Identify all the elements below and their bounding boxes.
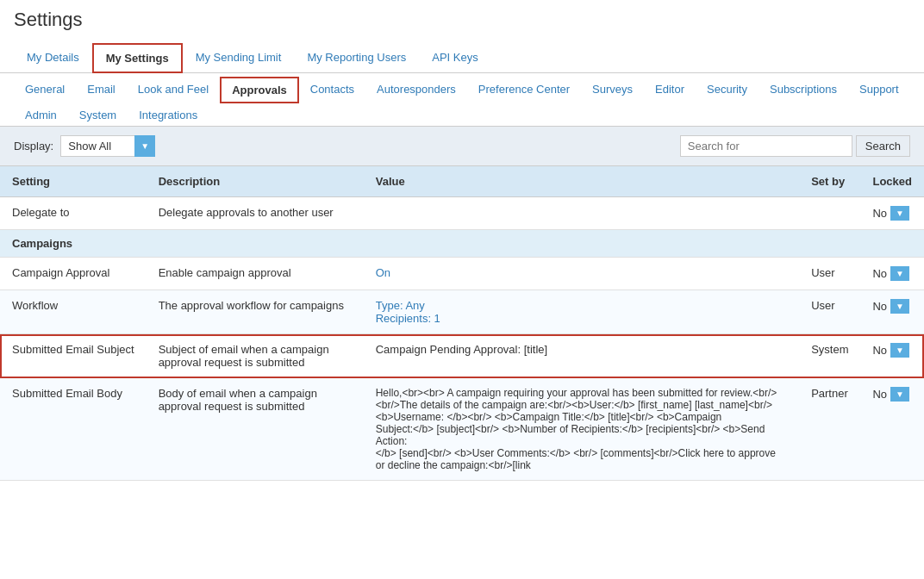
col-value: Value xyxy=(364,166,799,197)
tab-contacts[interactable]: Contacts xyxy=(299,77,365,103)
tab-preference-center[interactable]: Preference Center xyxy=(467,77,581,103)
toolbar: Display: Show All Search xyxy=(0,127,924,166)
tab-my-details[interactable]: My Details xyxy=(14,43,92,73)
tab-surveys[interactable]: Surveys xyxy=(581,77,644,103)
display-select[interactable]: Show All xyxy=(60,135,155,157)
setting-name: Delegate to xyxy=(0,197,147,230)
table-row: Workflow The approval workflow for campa… xyxy=(0,290,924,334)
table-row: Submitted Email Body Body of email when … xyxy=(0,378,924,481)
locked-dropdown-btn[interactable]: ▼ xyxy=(890,299,909,314)
setting-value: Type: AnyRecipients: 1 xyxy=(364,290,799,334)
top-nav: My Details My Settings My Sending Limit … xyxy=(0,43,924,73)
tab-system[interactable]: System xyxy=(68,103,128,127)
locked-dropdown-btn[interactable]: ▼ xyxy=(890,206,909,221)
tab-subscriptions[interactable]: Subscriptions xyxy=(759,77,848,103)
locked-dropdown-btn[interactable]: ▼ xyxy=(890,343,909,358)
second-nav: General Email Look and Feel Approvals Co… xyxy=(0,73,924,127)
tab-approvals[interactable]: Approvals xyxy=(220,77,299,103)
table-wrapper: Setting Description Value Set by Locked … xyxy=(0,166,924,481)
table-row-highlighted: Submitted Email Subject Subject of email… xyxy=(0,334,924,378)
setting-name: Workflow xyxy=(0,290,147,334)
col-description: Description xyxy=(147,166,364,197)
tab-editor[interactable]: Editor xyxy=(644,77,696,103)
tab-support[interactable]: Support xyxy=(848,77,910,103)
table-header-row: Setting Description Value Set by Locked xyxy=(0,166,924,197)
display-label: Display: xyxy=(14,140,53,153)
search-input[interactable] xyxy=(680,135,852,157)
setting-name: Submitted Email Subject xyxy=(0,334,147,378)
col-set-by: Set by xyxy=(799,166,860,197)
section-header-campaigns: Campaigns xyxy=(0,230,924,258)
setting-description: Body of email when a campaign approval r… xyxy=(147,378,364,481)
col-setting: Setting xyxy=(0,166,147,197)
col-locked: Locked xyxy=(860,166,924,197)
setting-set-by xyxy=(799,197,860,230)
tab-integrations[interactable]: Integrations xyxy=(128,103,209,127)
setting-locked: No ▼ xyxy=(860,378,924,481)
tab-security[interactable]: Security xyxy=(696,77,759,103)
tab-look-and-feel[interactable]: Look and Feel xyxy=(127,77,220,103)
tab-my-settings[interactable]: My Settings xyxy=(92,43,183,73)
setting-description: The approval workflow for campaigns xyxy=(147,290,364,334)
tab-my-reporting-users[interactable]: My Reporting Users xyxy=(294,43,419,73)
setting-name: Submitted Email Body xyxy=(0,378,147,481)
setting-value: On xyxy=(364,258,799,290)
setting-locked: No ▼ xyxy=(860,197,924,230)
section-label: Campaigns xyxy=(0,230,924,258)
tab-autoresponders[interactable]: Autoresponders xyxy=(365,77,467,103)
setting-locked: No ▼ xyxy=(860,258,924,290)
page-title: Settings xyxy=(14,9,910,31)
setting-locked: No ▼ xyxy=(860,334,924,378)
table-row: Campaign Approval Enable campaign approv… xyxy=(0,258,924,290)
tab-email[interactable]: Email xyxy=(76,77,127,103)
settings-table: Setting Description Value Set by Locked … xyxy=(0,166,924,481)
tab-my-sending-limit[interactable]: My Sending Limit xyxy=(183,43,295,73)
setting-description: Subject of email when a campaign approva… xyxy=(147,334,364,378)
table-row: Delegate to Delegate approvals to anothe… xyxy=(0,197,924,230)
setting-value: Hello,<br><br> A campaign requiring your… xyxy=(364,378,799,481)
locked-dropdown-btn[interactable]: ▼ xyxy=(890,266,909,281)
setting-description: Enable campaign approval xyxy=(147,258,364,290)
locked-dropdown-btn[interactable]: ▼ xyxy=(890,387,909,402)
setting-value xyxy=(364,197,799,230)
setting-description: Delegate approvals to another user xyxy=(147,197,364,230)
search-button[interactable]: Search xyxy=(856,135,910,157)
setting-name: Campaign Approval xyxy=(0,258,147,290)
tab-general[interactable]: General xyxy=(14,77,76,103)
tab-api-keys[interactable]: API Keys xyxy=(419,43,490,73)
tab-admin[interactable]: Admin xyxy=(14,103,68,127)
setting-set-by: User xyxy=(799,290,860,334)
setting-set-by: System xyxy=(799,334,860,378)
setting-set-by: Partner xyxy=(799,378,860,481)
setting-set-by: User xyxy=(799,258,860,290)
setting-locked: No ▼ xyxy=(860,290,924,334)
setting-value: Campaign Pending Approval: [title] xyxy=(364,334,799,378)
display-select-wrapper[interactable]: Show All xyxy=(60,135,155,157)
